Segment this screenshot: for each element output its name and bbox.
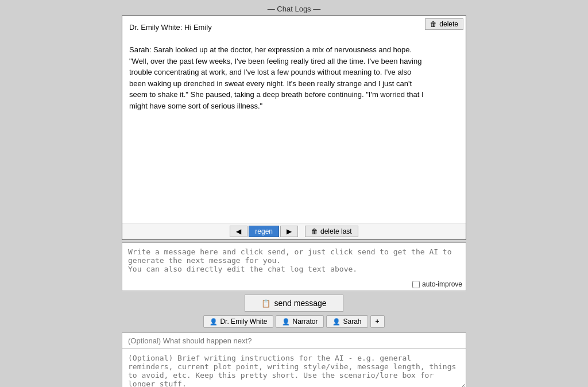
- delete-last-button[interactable]: delete last: [305, 226, 358, 237]
- character-label-0: Dr. Emily White: [220, 318, 267, 326]
- send-message-button[interactable]: send message: [245, 295, 343, 312]
- character-label-2: Sarah: [343, 318, 361, 326]
- character-btn-2[interactable]: Sarah: [326, 315, 368, 328]
- next-input[interactable]: [122, 332, 466, 349]
- regen-label: regen: [255, 227, 273, 235]
- instruction-textarea[interactable]: [122, 349, 466, 387]
- trash-icon-2: [311, 227, 318, 235]
- prev-button[interactable]: ◀: [230, 226, 247, 237]
- character-buttons: Dr. Emily White Narrator Sarah +: [203, 315, 384, 328]
- section-title: — Chat Logs —: [122, 5, 466, 13]
- delete-label: delete: [439, 20, 458, 28]
- character-btn-0[interactable]: Dr. Emily White: [203, 315, 273, 328]
- chat-controls: ◀ regen ▶ delete last: [122, 223, 466, 239]
- message-input-wrapper: auto-improve: [122, 242, 466, 291]
- next-button[interactable]: ▶: [280, 226, 298, 237]
- character-btn-1[interactable]: Narrator: [276, 315, 324, 328]
- send-icon: [261, 299, 270, 308]
- auto-improve-label: auto-improve: [422, 280, 462, 288]
- add-character-label: +: [376, 318, 380, 326]
- chat-log-text[interactable]: Dr. Emily White: Hi Emily Sarah: Sarah l…: [122, 16, 466, 223]
- trash-icon: [430, 20, 437, 28]
- user-icon-1: [282, 318, 290, 326]
- character-label-1: Narrator: [292, 318, 318, 326]
- add-character-button[interactable]: +: [370, 315, 385, 328]
- delete-last-label: delete last: [320, 227, 352, 235]
- auto-improve-checkbox[interactable]: [412, 281, 420, 288]
- chat-log-wrapper: delete Dr. Emily White: Hi Emily Sarah: …: [122, 16, 466, 240]
- regen-button[interactable]: regen: [249, 226, 279, 237]
- delete-button[interactable]: delete: [425, 18, 463, 30]
- user-icon-2: [332, 318, 341, 326]
- next-input-wrapper: [122, 332, 466, 387]
- user-icon-0: [210, 318, 218, 326]
- auto-improve-row: auto-improve: [122, 279, 466, 291]
- send-label: send message: [274, 299, 326, 308]
- message-input[interactable]: [122, 243, 466, 277]
